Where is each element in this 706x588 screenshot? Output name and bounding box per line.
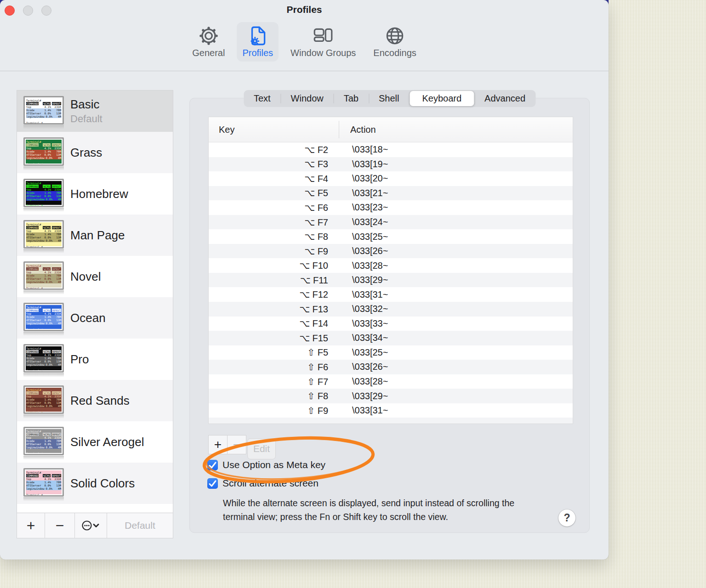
profile-labels: Silver Aerogel bbox=[70, 435, 144, 449]
profile-name: Homebrew bbox=[70, 187, 128, 201]
edit-key-button[interactable]: Edit bbox=[247, 438, 276, 459]
scroll-alternate-screen-checkbox[interactable] bbox=[207, 478, 218, 489]
toolbar-item-encodings[interactable]: Encodings bbox=[368, 22, 421, 62]
profile-list-item-novel[interactable]: Terminal# COMMAND %CPURPRVT top4.1%231KX… bbox=[17, 256, 173, 297]
profile-actions-menu-button[interactable] bbox=[75, 513, 107, 538]
add-key-button[interactable]: + bbox=[208, 435, 228, 454]
thumbnail-reflection bbox=[23, 497, 64, 501]
toolbar-item-profiles[interactable]: Profiles bbox=[237, 22, 279, 62]
table-row[interactable]: ⌥ F9 \033[26~ bbox=[209, 244, 573, 259]
thumbnail-reflection bbox=[23, 373, 64, 377]
terminal-preview: Terminal# COMMAND %CPURPRVT top4.1%231KX… bbox=[23, 303, 64, 331]
profile-labels: Man Page bbox=[70, 228, 125, 243]
table-row[interactable]: ⌥ F8 \033[25~ bbox=[209, 229, 573, 244]
key-cell: ⌥ F9 bbox=[209, 246, 340, 257]
profile-list-item-grass[interactable]: Terminal# COMMAND %CPURPRVT top4.1%231KX… bbox=[17, 132, 173, 173]
terminal-preview: Terminal# COMMAND %CPURPRVT top4.1%231KX… bbox=[23, 179, 64, 207]
key-cell: ⌥ F2 bbox=[209, 144, 340, 155]
table-row[interactable]: ⇧ F6 \033[26~ bbox=[209, 360, 573, 374]
table-filler-row bbox=[209, 418, 573, 424]
action-cell: \033[20~ bbox=[340, 173, 388, 184]
key-cell: ⇧ F9 bbox=[209, 405, 340, 416]
tab-shell[interactable]: Shell bbox=[369, 90, 409, 107]
table-row[interactable]: ⌥ F2 \033[18~ bbox=[209, 142, 573, 157]
table-row[interactable]: ⇧ F7 \033[28~ bbox=[209, 374, 573, 389]
table-row[interactable]: ⌥ F4 \033[20~ bbox=[209, 171, 573, 186]
scroll-alternate-row: Scroll alternate screen bbox=[207, 478, 319, 489]
key-cell: ⌥ F8 bbox=[209, 231, 340, 242]
table-row[interactable]: ⇧ F8 \033[29~ bbox=[209, 389, 573, 403]
checkmark-icon bbox=[207, 460, 218, 470]
scroll-alternate-screen-label: Scroll alternate screen bbox=[222, 478, 319, 489]
ellipsis-circle-chevron-icon bbox=[81, 520, 101, 531]
action-cell: \033[21~ bbox=[340, 188, 388, 198]
profile-list-item-pro[interactable]: Terminal# COMMAND %CPURPRVT top4.1%231KX… bbox=[17, 339, 173, 380]
table-row[interactable]: ⌥ F14 \033[33~ bbox=[209, 317, 573, 331]
tab-tab[interactable]: Tab bbox=[334, 90, 369, 107]
titlebar: Profiles bbox=[0, 0, 609, 71]
action-cell: \033[33~ bbox=[340, 318, 388, 329]
profile-list-item-basic[interactable]: Terminal# COMMAND %CPURPRVT top4.1%231KX… bbox=[17, 90, 173, 132]
action-cell: \033[18~ bbox=[340, 144, 388, 155]
table-body: ⌥ F2 \033[18~ ⌥ F3 \033[19~ ⌥ F4 \033[20… bbox=[209, 142, 573, 424]
table-row[interactable]: ⌥ F15 \033[34~ bbox=[209, 331, 573, 345]
column-header-action[interactable]: Action bbox=[350, 124, 376, 135]
note-line-1: While the alternate screen is displayed,… bbox=[223, 496, 514, 510]
table-row[interactable]: ⇧ F9 \033[31~ bbox=[209, 403, 573, 418]
toolbar-label-profiles: Profiles bbox=[242, 48, 273, 58]
table-row[interactable]: ⌥ F3 \033[19~ bbox=[209, 157, 573, 172]
key-cell: ⌥ F13 bbox=[209, 304, 340, 315]
profile-labels: Basic Default bbox=[70, 97, 102, 125]
desktop-background: Profiles bbox=[0, 0, 706, 588]
table-header: Key Action bbox=[209, 117, 573, 142]
tab-advanced[interactable]: Advanced bbox=[474, 90, 535, 107]
profile-list-item-ocean[interactable]: Terminal# COMMAND %CPURPRVT top4.1%231KX… bbox=[17, 297, 173, 339]
note-line-2: terminal view; press the Fn or Shift key… bbox=[223, 510, 514, 524]
tab-text[interactable]: Text bbox=[244, 90, 281, 107]
table-row[interactable]: ⌥ F5 \033[21~ bbox=[209, 186, 573, 201]
terminal-preview: Terminal# COMMAND %CPURPRVT top4.1%231KX… bbox=[23, 261, 64, 290]
profile-name: Ocean bbox=[70, 311, 106, 325]
profile-list-item-red-sands[interactable]: Terminal# COMMAND %CPURPRVT top4.1%231KX… bbox=[17, 380, 173, 421]
terminal-preview: Terminal# COMMAND %CPURPRVT top4.1%231KX… bbox=[23, 344, 64, 373]
key-cell: ⌥ F12 bbox=[209, 289, 340, 300]
terminal-preferences-window: Profiles bbox=[0, 0, 609, 560]
profile-list-item-solid-colors[interactable]: Terminal# COMMAND %CPURPRVT top4.1%231KX… bbox=[17, 463, 173, 504]
profile-thumbnail: Terminal# COMMAND %CPURPRVT top4.1%231KX… bbox=[23, 468, 64, 501]
table-row[interactable]: ⌥ F11 \033[29~ bbox=[209, 273, 573, 288]
action-cell: \033[31~ bbox=[340, 405, 388, 416]
table-row[interactable]: ⌥ F6 \033[23~ bbox=[209, 200, 573, 215]
table-row[interactable]: ⇧ F5 \033[25~ bbox=[209, 345, 573, 360]
profile-list-item-silver-aerogel[interactable]: Terminal# COMMAND %CPURPRVT top4.1%231KX… bbox=[17, 421, 173, 463]
thumbnail-reflection bbox=[23, 125, 64, 129]
key-cell: ⇧ F8 bbox=[209, 390, 340, 401]
help-button[interactable]: ? bbox=[558, 509, 575, 526]
sidebar-footer: + − Default bbox=[17, 513, 173, 538]
key-cell: ⌥ F11 bbox=[209, 275, 340, 286]
set-default-button[interactable]: Default bbox=[107, 513, 173, 538]
table-row[interactable]: ⌥ F7 \033[24~ bbox=[209, 215, 573, 230]
toolbar-item-general[interactable]: General bbox=[187, 22, 230, 62]
table-row[interactable]: ⌥ F12 \033[31~ bbox=[209, 287, 573, 302]
toolbar-label-encodings: Encodings bbox=[373, 48, 416, 58]
toolbar-item-window-groups[interactable]: Window Groups bbox=[285, 22, 361, 62]
terminal-preview: Terminal# COMMAND %CPURPRVT top4.1%231KX… bbox=[23, 220, 64, 249]
action-cell: \033[26~ bbox=[340, 362, 388, 372]
profile-list-item-homebrew[interactable]: Terminal# COMMAND %CPURPRVT top4.1%231KX… bbox=[17, 173, 173, 215]
column-header-key[interactable]: Key bbox=[209, 124, 234, 135]
use-option-as-meta-checkbox[interactable] bbox=[207, 460, 218, 470]
column-divider[interactable] bbox=[339, 121, 339, 138]
settings-tab-bar: Text Window Tab Shell Keyboard Advanced bbox=[244, 90, 535, 107]
profile-list-item-man-page[interactable]: Terminal# COMMAND %CPURPRVT top4.1%231KX… bbox=[17, 215, 173, 256]
remove-profile-button[interactable]: − bbox=[45, 513, 75, 538]
profile-name: Basic bbox=[70, 97, 102, 112]
remove-key-button[interactable]: − bbox=[227, 435, 246, 454]
table-row[interactable]: ⌥ F10 \033[28~ bbox=[209, 258, 573, 273]
profile-name: Man Page bbox=[70, 228, 125, 243]
tab-keyboard[interactable]: Keyboard bbox=[410, 91, 474, 106]
profile-thumbnail: Terminal# COMMAND %CPURPRVT top4.1%231KX… bbox=[23, 303, 64, 336]
table-row[interactable]: ⌥ F13 \033[32~ bbox=[209, 302, 573, 317]
tab-window[interactable]: Window bbox=[281, 90, 334, 107]
profile-name: Solid Colors bbox=[70, 476, 135, 491]
add-profile-button[interactable]: + bbox=[17, 513, 45, 538]
